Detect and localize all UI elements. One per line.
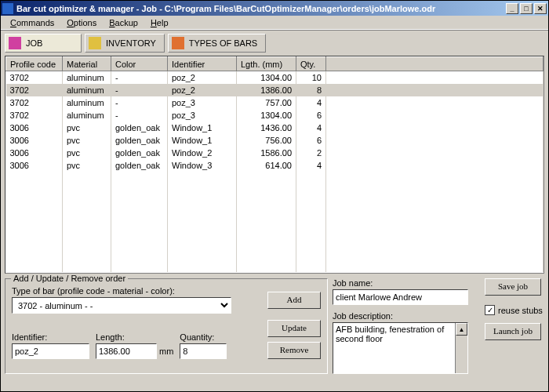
- identifier-label: Identifier:: [12, 332, 89, 342]
- menu-help[interactable]: Help: [144, 17, 175, 28]
- table-row[interactable]: 3702aluminum-poz_21304.0010: [6, 71, 544, 84]
- menu-backup[interactable]: Backup: [103, 17, 144, 28]
- tab-types-of-bars[interactable]: TYPES OF BARS: [168, 34, 266, 53]
- tab-job[interactable]: JOB: [5, 34, 82, 53]
- order-edit-group: Add / Update / Remove order Type of bar …: [5, 278, 328, 374]
- reuse-stubs-label: reuse stubs: [498, 306, 543, 315]
- reuse-stubs-checkbox[interactable]: ✓ reuse stubs: [485, 305, 543, 315]
- close-button[interactable]: ✕: [534, 3, 547, 14]
- col-header[interactable]: Qty.: [296, 57, 326, 71]
- length-input[interactable]: [96, 343, 157, 359]
- add-button[interactable]: Add: [267, 292, 321, 309]
- length-unit: mm: [159, 347, 173, 356]
- col-header[interactable]: Color: [111, 57, 168, 71]
- quantity-label: Quantity:: [180, 332, 227, 342]
- table-row[interactable]: 3006pvcgolden_oakWindow_11436.004: [6, 122, 544, 134]
- minimize-button[interactable]: _: [506, 3, 518, 14]
- checkbox-icon: ✓: [485, 305, 495, 315]
- col-header[interactable]: Lgth. (mm): [237, 57, 296, 71]
- launch-job-button[interactable]: Launch job: [485, 323, 541, 340]
- job-name-label: Job name:: [333, 278, 478, 288]
- table-row-empty: [6, 184, 544, 197]
- maximize-button[interactable]: □: [520, 3, 533, 14]
- types of bars-icon: [172, 37, 184, 49]
- table-row-empty: [6, 209, 544, 222]
- type-label: Type of bar (profile code - material - c…: [12, 286, 260, 296]
- job-desc-label: Job description:: [333, 311, 478, 321]
- table-row-empty: [6, 197, 544, 209]
- title-bar: Bar cut optimizer & manager - Job - C:\P…: [1, 1, 548, 16]
- menu-bar: CommandsOptionsBackupHelp: [1, 16, 548, 30]
- save-job-button[interactable]: Save job: [485, 278, 541, 296]
- table-row[interactable]: 3702aluminum-poz_3757.004: [6, 96, 544, 109]
- table-row-empty: [6, 172, 544, 184]
- table-row-empty: [6, 222, 544, 234]
- length-label: Length:: [96, 332, 173, 342]
- col-header[interactable]: Material: [63, 57, 111, 71]
- menu-options[interactable]: Options: [60, 17, 103, 28]
- table-row[interactable]: 3006pvcgolden_oakWindow_21586.002: [6, 147, 544, 159]
- group-title: Add / Update / Remove order: [11, 274, 128, 283]
- inventory-icon: [89, 37, 101, 49]
- order-grid[interactable]: Profile codeMaterialColorIdentifierLgth.…: [5, 56, 544, 274]
- scroll-up-icon[interactable]: ▲: [456, 323, 467, 336]
- update-button[interactable]: Update: [267, 320, 321, 337]
- identifier-input[interactable]: [12, 343, 89, 359]
- table-row-empty: [6, 247, 544, 260]
- job-icon: [9, 37, 21, 49]
- table-row[interactable]: 3702aluminum-poz_21386.008: [6, 84, 544, 96]
- table-row[interactable]: 3006pvcgolden_oakWindow_3614.004: [6, 159, 544, 172]
- menu-commands[interactable]: Commands: [4, 17, 60, 28]
- tab-inventory[interactable]: INVENTORY: [85, 34, 165, 53]
- job-name-input[interactable]: [333, 289, 468, 305]
- table-row-empty: [6, 260, 544, 272]
- app-icon: [2, 3, 13, 14]
- col-header[interactable]: Identifier: [168, 57, 237, 71]
- window-title: Bar cut optimizer & manager - Job - C:\P…: [16, 4, 506, 13]
- type-select[interactable]: 3702 - aluminum - -: [12, 297, 231, 314]
- table-row[interactable]: 3702aluminum-poz_31304.006: [6, 109, 544, 122]
- job-desc-textarea[interactable]: [333, 323, 455, 373]
- table-row-empty: [6, 234, 544, 247]
- remove-button[interactable]: Remove: [267, 342, 321, 359]
- col-header[interactable]: Profile code: [6, 57, 63, 71]
- tab-bar: JOBINVENTORYTYPES OF BARS: [1, 30, 548, 56]
- textarea-scrollbar[interactable]: ▲: [455, 323, 467, 373]
- table-row[interactable]: 3006pvcgolden_oakWindow_1756.006: [6, 134, 544, 147]
- quantity-input[interactable]: [180, 343, 227, 359]
